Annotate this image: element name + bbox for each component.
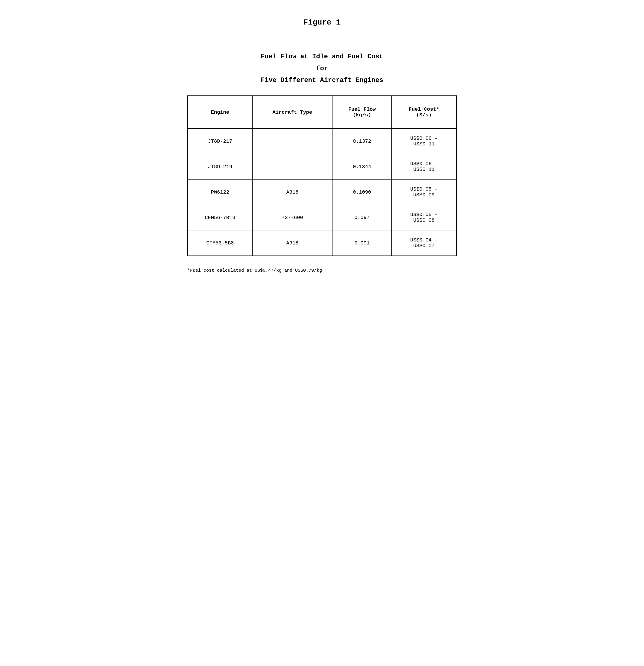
cell-aircraft-type xyxy=(252,129,332,154)
cell-fuel-cost: US$0.05 –US$0.08 xyxy=(392,205,456,230)
cell-engine: PW6122 xyxy=(188,179,252,205)
header-fuel-cost: Fuel Cost* ($/s) xyxy=(392,96,456,129)
header-aircraft-type: Aircraft Type xyxy=(252,96,332,129)
table-row: JT8D-2170.1372US$0.06 –US$0.11 xyxy=(188,129,456,154)
table-row: PW6122A3180.1090US$0.05 –US$0.09 xyxy=(188,179,456,205)
cell-aircraft-type: 737-600 xyxy=(252,205,332,230)
cell-fuel-cost: US$0.06 –US$0.11 xyxy=(392,154,456,179)
table-row: CFM56-5B8A3180.091US$0.04 –US$0.07 xyxy=(188,230,456,256)
header-fuel-flow: Fuel Flow (kg/s) xyxy=(332,96,392,129)
cell-engine: JT8D-219 xyxy=(188,154,252,179)
cell-engine: CFM56-5B8 xyxy=(188,230,252,256)
cell-fuel-flow: 0.097 xyxy=(332,205,392,230)
table-header-row: Engine Aircraft Type Fuel Flow (kg/s) Fu… xyxy=(188,96,456,129)
cell-engine: CFM56-7B18 xyxy=(188,205,252,230)
cell-engine: JT8D-217 xyxy=(188,129,252,154)
fuel-flow-table: Engine Aircraft Type Fuel Flow (kg/s) Fu… xyxy=(187,95,457,256)
cell-aircraft-type xyxy=(252,154,332,179)
cell-aircraft-type: A318 xyxy=(252,179,332,205)
chart-title-line1: Fuel Flow at Idle and Fuel Cost xyxy=(261,51,383,63)
cell-fuel-flow: 0.1372 xyxy=(332,129,392,154)
cell-fuel-cost: US$0.06 –US$0.11 xyxy=(392,129,456,154)
table-footnote: *Fuel cost calculated at US$0.47/kg and … xyxy=(187,268,457,273)
chart-title-line2: for xyxy=(261,63,383,75)
header-engine: Engine xyxy=(188,96,252,129)
table-row: CFM56-7B18737-6000.097US$0.05 –US$0.08 xyxy=(188,205,456,230)
cell-fuel-cost: US$0.04 –US$0.07 xyxy=(392,230,456,256)
cell-fuel-flow: 0.091 xyxy=(332,230,392,256)
cell-aircraft-type: A318 xyxy=(252,230,332,256)
figure-title: Figure 1 xyxy=(303,18,341,27)
chart-title-line3: Five Different Aircraft Engines xyxy=(261,74,383,86)
chart-title: Fuel Flow at Idle and Fuel Cost for Five… xyxy=(261,51,383,86)
table-row: JT8D-2190.1344US$0.06 –US$0.11 xyxy=(188,154,456,179)
cell-fuel-cost: US$0.05 –US$0.09 xyxy=(392,179,456,205)
page-container: Figure 1 Fuel Flow at Idle and Fuel Cost… xyxy=(187,18,457,273)
cell-fuel-flow: 0.1090 xyxy=(332,179,392,205)
cell-fuel-flow: 0.1344 xyxy=(332,154,392,179)
